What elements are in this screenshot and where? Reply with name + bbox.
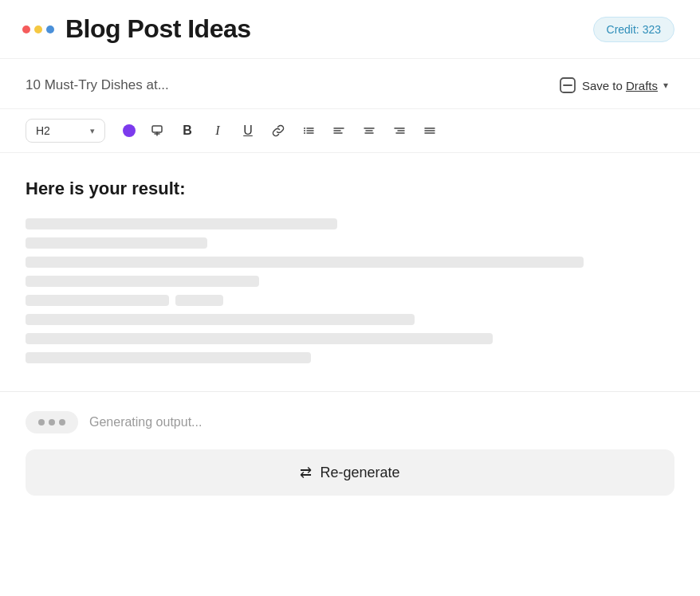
generating-row: Generating output... [26, 411, 674, 433]
list-button[interactable] [295, 117, 322, 144]
heading-chevron-icon: ▾ [90, 126, 95, 136]
svg-point-9 [304, 130, 305, 131]
typing-dot-1 [38, 419, 45, 425]
skeleton-line [175, 295, 223, 306]
skeleton-line [26, 237, 207, 249]
link-button[interactable] [265, 117, 292, 144]
justify-button[interactable] [416, 117, 443, 144]
app-header: Blog Post Ideas Credit: 323 [0, 0, 700, 59]
align-left-icon [332, 124, 346, 138]
skeleton-line [26, 314, 415, 325]
window-dots [22, 25, 54, 33]
save-icon [559, 76, 576, 94]
dot-blue [46, 25, 54, 33]
post-title-input[interactable] [26, 77, 344, 93]
regenerate-icon: ⇄ [300, 464, 312, 481]
header-left: Blog Post Ideas [22, 14, 251, 44]
highlighter-icon [150, 124, 164, 138]
typing-dot-3 [59, 419, 65, 425]
generating-text: Generating output... [89, 415, 202, 429]
justify-icon [423, 124, 437, 138]
underline-button[interactable]: U [234, 117, 262, 144]
typing-dot-2 [49, 419, 55, 425]
dot-red [22, 25, 30, 33]
svg-point-8 [304, 127, 305, 129]
align-center-button[interactable] [356, 117, 383, 144]
color-picker-button[interactable] [123, 124, 136, 137]
save-drafts-text: Save to Drafts [582, 79, 658, 92]
align-right-icon [392, 124, 407, 138]
align-left-button[interactable] [325, 117, 352, 144]
page-title: Blog Post Ideas [65, 14, 251, 44]
regenerate-button[interactable]: ⇄ Re-generate [26, 449, 674, 496]
skeleton-lines [26, 218, 674, 363]
skeleton-line [26, 352, 311, 363]
save-to-drafts-button[interactable]: Save to Drafts ▾ [553, 72, 674, 99]
toolbar-row: Save to Drafts ▾ [0, 59, 700, 109]
skeleton-line [26, 333, 493, 344]
skeleton-line [26, 257, 584, 268]
align-right-button[interactable] [386, 117, 413, 144]
chevron-down-icon: ▾ [663, 80, 668, 91]
skeleton-line [26, 218, 337, 229]
highlighter-button[interactable] [144, 117, 171, 144]
typing-dots [26, 411, 78, 433]
svg-rect-2 [152, 126, 162, 132]
result-heading: Here is your result: [26, 178, 674, 199]
svg-point-10 [304, 132, 305, 134]
formatting-bar: H2 ▾ B I U [0, 109, 700, 153]
heading-select-value: H2 [36, 124, 50, 137]
italic-button[interactable]: I [204, 117, 231, 144]
skeleton-line [26, 295, 169, 306]
list-icon [301, 124, 316, 138]
link-icon [271, 124, 285, 138]
bottom-area: Generating output... ⇄ Re-generate [0, 392, 700, 521]
bold-button[interactable]: B [174, 117, 201, 144]
skeleton-line [26, 276, 259, 287]
dot-yellow [34, 25, 42, 33]
credit-badge: Credit: 323 [593, 17, 674, 42]
regenerate-label: Re-generate [320, 465, 399, 481]
content-area: Here is your result: [0, 153, 700, 392]
heading-select[interactable]: H2 ▾ [26, 119, 105, 143]
align-center-icon [362, 124, 376, 138]
